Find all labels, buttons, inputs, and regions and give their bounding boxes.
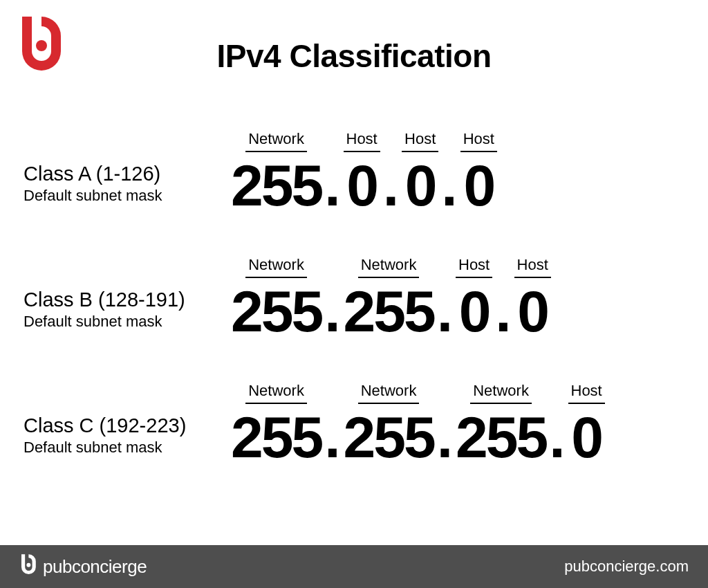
octet-value: 255 [344,408,434,466]
class-subtitle: Default subnet mask [24,187,231,205]
octet-label: Network [245,382,307,404]
dot-separator: . [322,156,343,214]
subnet-mask: Network 255 . Host 0 . Host 0 . Host 0 [231,130,497,214]
class-label: Class C (192-223) Default subnet mask [24,414,231,466]
class-label: Class A (1-126) Default subnet mask [24,163,231,214]
class-row: Class C (192-223) Default subnet mask Ne… [24,382,684,466]
brand-logo-small-icon [19,554,37,580]
octet: Network 255 [231,382,322,466]
class-rows: Class A (1-126) Default subnet mask Netw… [0,75,708,466]
octet-value: 0 [346,156,377,214]
octet-value: 0 [517,282,548,340]
octet: Host 0 [456,256,492,340]
page-title: IPv4 Classification [0,0,708,75]
octet-value: 0 [571,408,602,466]
class-subtitle: Default subnet mask [24,439,231,457]
class-row: Class B (128-191) Default subnet mask Ne… [24,256,684,340]
brand-logo-icon [17,17,65,75]
dot-separator: . [438,156,460,214]
dot-separator: . [380,156,402,214]
octet: Network 255 [231,256,322,340]
dot-separator: . [492,282,514,340]
class-name: Class C (192-223) [24,414,231,437]
octet-value: 0 [463,156,494,214]
dot-separator: . [322,282,343,340]
footer-url: pubconcierge.com [564,558,689,576]
class-row: Class A (1-126) Default subnet mask Netw… [24,130,684,214]
octet: Network 255 [344,382,434,466]
dot-separator: . [434,282,456,340]
octet-label: Host [568,382,605,404]
octet: Host 0 [514,256,551,340]
octet-label: Network [245,256,307,278]
class-label: Class B (128-191) Default subnet mask [24,288,231,340]
octet-value: 0 [459,282,490,340]
octet-label: Network [470,382,532,404]
octet-label: Network [245,130,307,152]
dot-separator: . [546,408,568,466]
footer-brand-text: pubconcierge [43,556,147,578]
octet-label: Host [402,130,438,152]
octet-value: 0 [405,156,436,214]
octet: Host 0 [568,382,605,466]
octet-value: 255 [231,282,322,340]
svg-point-1 [26,562,30,567]
octet: Network 255 [344,256,434,340]
octet-label: Host [514,256,551,278]
dot-separator: . [322,408,343,466]
octet-value: 255 [344,282,434,340]
octet: Host 0 [344,130,380,214]
octet-label: Host [460,130,497,152]
octet: Network 255 [231,130,322,214]
octet-label: Host [344,130,380,152]
octet-label: Network [358,382,420,404]
footer-bar: pubconcierge pubconcierge.com [0,545,708,588]
octet: Host 0 [460,130,497,214]
class-subtitle: Default subnet mask [24,313,231,331]
octet-value: 255 [231,408,322,466]
octet-label: Host [456,256,492,278]
svg-point-0 [36,40,47,51]
octet-value: 255 [231,156,322,214]
octet-value: 255 [456,408,546,466]
octet: Network 255 [456,382,546,466]
class-name: Class A (1-126) [24,163,231,185]
dot-separator: . [434,408,456,466]
subnet-mask: Network 255 . Network 255 . Host 0 . Hos… [231,256,551,340]
subnet-mask: Network 255 . Network 255 . Network 255 … [231,382,605,466]
octet-label: Network [358,256,420,278]
octet: Host 0 [402,130,438,214]
footer-brand: pubconcierge [19,554,147,580]
class-name: Class B (128-191) [24,288,231,311]
